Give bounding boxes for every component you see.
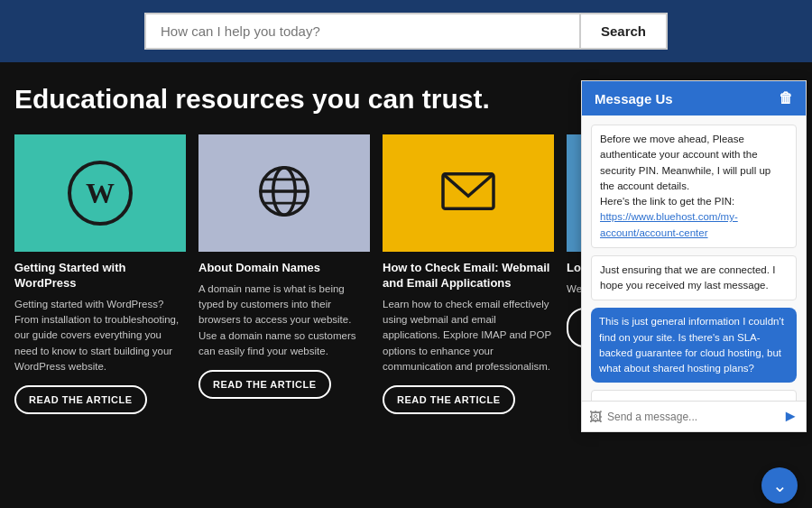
trash-icon[interactable]: 🗑 [779, 90, 793, 106]
chat-header: Message Us 🗑 [582, 81, 806, 115]
chat-input[interactable] [607, 411, 782, 423]
search-button[interactable]: Search [579, 14, 666, 48]
card-desc-email: Learn how to check email effectively usi… [383, 297, 554, 374]
search-input[interactable] [146, 14, 579, 48]
read-article-email[interactable]: READ THE ARTICLE [383, 385, 515, 414]
globe-icon [253, 160, 316, 226]
card-title-email: How to Check Email: Webmail and Email Ap… [383, 261, 554, 291]
chat-message-2: Just ensuring that we are connected. I h… [591, 255, 797, 301]
card-image-wordpress: W [14, 134, 186, 252]
chat-message-3: This is just general information I could… [591, 308, 797, 383]
card-desc-wordpress: Getting started with WordPress? From ins… [14, 297, 186, 374]
chat-float-button[interactable]: ⌄ [761, 467, 798, 503]
wordpress-icon: W [68, 161, 133, 226]
chat-widget: Message Us 🗑 Before we move ahead, Pleas… [581, 80, 807, 432]
card-email: How to Check Email: Webmail and Email Ap… [383, 134, 554, 414]
mail-icon [437, 160, 500, 226]
card-desc-domain: A domain name is what is being typed by … [198, 282, 370, 359]
attachment-icon[interactable]: 🖼 [589, 410, 602, 424]
search-bar-container: Search [144, 13, 668, 50]
chat-messages[interactable]: Before we move ahead, Please authenticat… [582, 115, 806, 401]
chat-header-title: Message Us [595, 91, 673, 106]
card-image-email [383, 134, 554, 252]
chat-message-1: Before we move ahead, Please authenticat… [591, 125, 797, 248]
search-area: Search [0, 0, 812, 62]
read-article-wordpress[interactable]: READ THE ARTICLE [14, 385, 147, 414]
chevron-down-icon: ⌄ [772, 475, 788, 496]
chat-message-4: Certainly! I'm sorry to inform you that … [591, 390, 797, 401]
account-center-link[interactable]: https://www.bluehost.com/my-account/acco… [600, 211, 738, 237]
card-title-wordpress: Getting Started with WordPress [14, 261, 186, 291]
chat-send-button[interactable]: ► [782, 407, 798, 426]
card-wordpress: W Getting Started with WordPress Getting… [14, 134, 186, 414]
card-domain: About Domain Names A domain name is what… [198, 134, 370, 414]
card-image-domain [198, 134, 370, 252]
chat-input-area: 🖼 ► [582, 401, 806, 431]
card-title-domain: About Domain Names [198, 261, 370, 276]
main-content: Educational resources you can trust. W G… [0, 62, 812, 508]
read-article-domain[interactable]: READ THE ARTICLE [198, 370, 331, 399]
